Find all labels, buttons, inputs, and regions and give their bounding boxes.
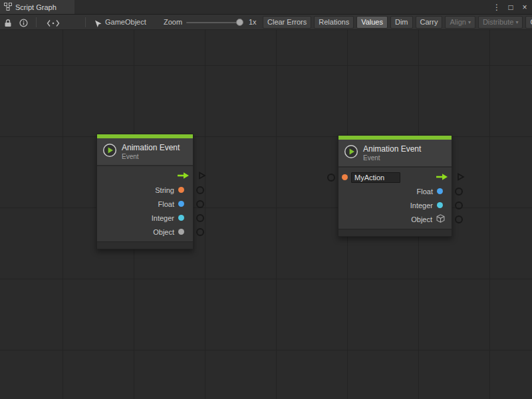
output-row-object: Object xyxy=(338,212,452,226)
gameobject-label[interactable]: GameObject xyxy=(105,18,146,27)
flow-port-triangle[interactable] xyxy=(457,173,465,181)
node-animation-event-right[interactable]: Animation Event Event Float xyxy=(338,135,452,237)
window-menu-icon[interactable]: ⋮ xyxy=(492,3,501,12)
name-input-row xyxy=(338,170,452,184)
integer-port[interactable] xyxy=(196,214,204,222)
output-row-object: Object xyxy=(97,225,193,239)
flow-arrow-icon xyxy=(176,170,190,182)
node-footer xyxy=(338,229,452,236)
port-label-integer: Integer xyxy=(410,201,433,209)
port-label-string: String xyxy=(155,186,174,194)
node-subtitle: Event xyxy=(363,154,421,162)
integer-port-dot xyxy=(178,215,184,221)
port-label-object: Object xyxy=(411,215,432,223)
output-row-integer: Integer xyxy=(97,211,193,225)
float-port[interactable] xyxy=(196,200,204,208)
port-label-float: Float xyxy=(158,200,174,208)
align-label: Align xyxy=(450,17,466,28)
node-animation-event-left[interactable]: Animation Event Event String Float xyxy=(96,134,194,249)
zoom-value: 1x xyxy=(249,18,257,27)
clear-errors-label: Clear Errors xyxy=(267,17,307,28)
float-port[interactable] xyxy=(455,188,463,196)
node-body: Float Integer Object xyxy=(338,168,452,226)
output-row-string: String xyxy=(97,183,193,197)
object-cube-icon xyxy=(436,213,445,225)
object-port[interactable] xyxy=(196,228,204,236)
event-name-input[interactable] xyxy=(351,172,400,183)
relations-label: Relations xyxy=(319,17,349,28)
node-subtitle: Event xyxy=(122,153,180,161)
distribute-label: Distribute xyxy=(483,17,513,28)
clear-errors-button[interactable]: Clear Errors xyxy=(263,16,311,29)
object-port-dot xyxy=(178,229,184,235)
relations-button[interactable]: Relations xyxy=(314,16,354,29)
node-header[interactable]: Animation Event Event xyxy=(97,138,193,165)
zoom-slider-track[interactable] xyxy=(186,22,243,23)
graph-canvas[interactable]: Animation Event Event String Float xyxy=(0,30,532,399)
name-input-port[interactable] xyxy=(327,174,335,182)
flow-arrow-icon xyxy=(435,172,448,184)
graph-toolbar: GameObject Zoom 1x Clear Errors Relation… xyxy=(0,15,532,30)
toolbar-separator xyxy=(85,17,86,27)
tab-script-graph[interactable]: Script Graph xyxy=(0,0,74,14)
values-button[interactable]: Values xyxy=(356,16,388,29)
string-port[interactable] xyxy=(196,186,204,194)
output-row-float: Float xyxy=(338,184,452,198)
integer-port[interactable] xyxy=(455,201,463,209)
dim-button[interactable]: Dim xyxy=(390,16,413,29)
dim-label: Dim xyxy=(395,17,408,28)
values-label: Values xyxy=(361,17,383,28)
zoom-slider-handle[interactable] xyxy=(236,19,243,26)
node-header[interactable]: Animation Event Event xyxy=(338,140,452,166)
flow-output-row xyxy=(97,169,193,183)
distribute-button[interactable]: Distribute ▾ xyxy=(478,16,523,29)
float-port-dot xyxy=(437,188,443,194)
node-header-text: Animation Event Event xyxy=(122,143,180,161)
node-body: String Float Integer Object xyxy=(97,166,193,239)
output-row-float: Float xyxy=(97,197,193,211)
window-controls: ⋮ □ × xyxy=(492,0,529,14)
info-icon[interactable] xyxy=(19,18,28,30)
node-title: Animation Event xyxy=(122,143,180,153)
object-port[interactable] xyxy=(455,215,463,223)
node-header-text: Animation Event Event xyxy=(363,144,421,162)
string-port-dot xyxy=(178,187,184,193)
window-close-icon[interactable]: × xyxy=(520,3,529,12)
script-graph-icon xyxy=(4,3,12,12)
window-maximize-icon[interactable]: □ xyxy=(506,3,515,12)
toolbar-separator xyxy=(36,17,37,27)
gameobject-icon xyxy=(94,19,102,30)
lock-icon[interactable] xyxy=(4,18,12,30)
port-label-integer: Integer xyxy=(152,214,174,222)
overview-button[interactable]: Overv xyxy=(525,16,532,29)
align-button[interactable]: Align ▾ xyxy=(445,16,475,29)
tab-title: Script Graph xyxy=(15,3,57,11)
zoom-label: Zoom xyxy=(164,18,182,27)
flow-port-triangle[interactable] xyxy=(198,172,206,180)
node-title: Animation Event xyxy=(363,144,421,154)
event-play-icon xyxy=(344,144,358,162)
carry-label: Carry xyxy=(420,17,438,28)
code-view-icon[interactable] xyxy=(47,18,60,30)
window-titlebar: Script Graph ⋮ □ × xyxy=(0,0,532,15)
integer-port-dot xyxy=(437,202,443,208)
node-footer xyxy=(97,241,193,249)
toolbar-buttons: Clear Errors Relations Values Dim Carry … xyxy=(263,16,532,29)
chevron-down-icon: ▾ xyxy=(468,17,471,28)
chevron-down-icon: ▾ xyxy=(515,17,518,28)
carry-button[interactable]: Carry xyxy=(416,16,443,29)
port-label-float: Float xyxy=(417,188,433,196)
port-label-object: Object xyxy=(153,228,174,236)
name-port-dot xyxy=(342,174,348,180)
event-play-icon xyxy=(102,143,117,160)
float-port-dot xyxy=(178,201,184,207)
output-row-integer: Integer xyxy=(338,198,452,212)
